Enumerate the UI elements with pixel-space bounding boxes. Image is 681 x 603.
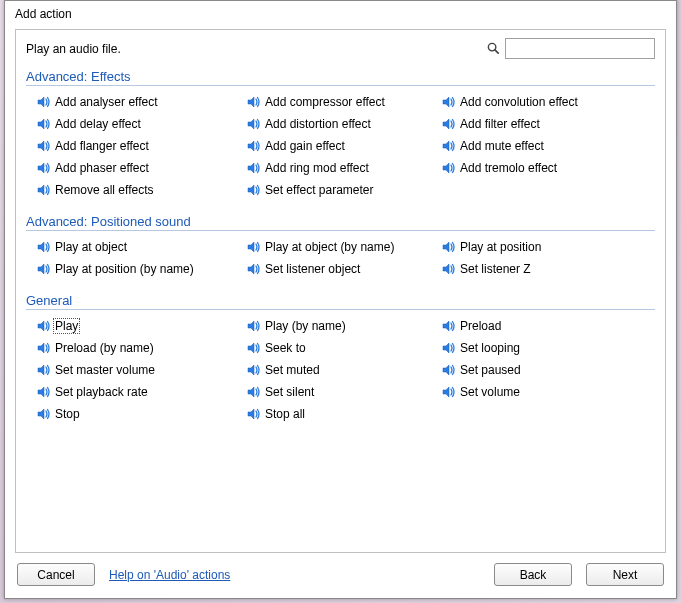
- action-item[interactable]: Add ring mod effect: [246, 158, 374, 178]
- action-item[interactable]: Set effect parameter: [246, 180, 379, 200]
- sound-icon: [246, 116, 262, 132]
- sound-icon: [246, 318, 262, 334]
- action-item[interactable]: Set listener Z: [441, 259, 536, 279]
- action-item[interactable]: Add mute effect: [441, 136, 549, 156]
- action-item[interactable]: Play (by name): [246, 316, 351, 336]
- sound-icon: [246, 182, 262, 198]
- action-item[interactable]: Remove all effects: [36, 180, 159, 200]
- search-input[interactable]: [505, 38, 655, 59]
- action-item-label: Play at object (by name): [264, 240, 395, 254]
- action-item-label: Set volume: [459, 385, 521, 399]
- sound-icon: [36, 138, 52, 154]
- action-description: Play an audio file.: [26, 42, 486, 56]
- sound-icon: [246, 261, 262, 277]
- action-item[interactable]: Set listener object: [246, 259, 365, 279]
- action-item[interactable]: Add analyser effect: [36, 92, 163, 112]
- window-title: Add action: [5, 1, 676, 25]
- action-item-label: Add mute effect: [459, 139, 545, 153]
- action-item[interactable]: Preload (by name): [36, 338, 159, 358]
- action-item[interactable]: Add delay effect: [36, 114, 146, 134]
- action-item-label: Add compressor effect: [264, 95, 386, 109]
- action-item[interactable]: Stop all: [246, 404, 310, 424]
- action-item-label: Set paused: [459, 363, 522, 377]
- sound-icon: [36, 384, 52, 400]
- action-item[interactable]: Play at object: [36, 237, 132, 257]
- sound-icon: [36, 116, 52, 132]
- sound-icon: [246, 239, 262, 255]
- sound-icon: [36, 160, 52, 176]
- sound-icon: [36, 362, 52, 378]
- sound-icon: [246, 94, 262, 110]
- sound-icon: [36, 340, 52, 356]
- action-item-label: Stop all: [264, 407, 306, 421]
- search-icon: [486, 41, 501, 59]
- action-item[interactable]: Play at position (by name): [36, 259, 199, 279]
- group-grid: Add analyser effectAdd compressor effect…: [26, 92, 655, 200]
- action-item-label: Play at object: [54, 240, 128, 254]
- back-button[interactable]: Back: [494, 563, 572, 586]
- action-item[interactable]: Add filter effect: [441, 114, 545, 134]
- action-item[interactable]: Add phaser effect: [36, 158, 154, 178]
- action-item-label: Add flanger effect: [54, 139, 150, 153]
- action-item[interactable]: Play at object (by name): [246, 237, 399, 257]
- group-grid: Play at objectPlay at object (by name)Pl…: [26, 237, 655, 279]
- action-item-label: Remove all effects: [54, 183, 155, 197]
- action-item[interactable]: Add tremolo effect: [441, 158, 562, 178]
- sound-icon: [246, 138, 262, 154]
- sound-icon: [441, 94, 457, 110]
- action-item-label: Add phaser effect: [54, 161, 150, 175]
- sound-icon: [36, 261, 52, 277]
- action-item[interactable]: Set master volume: [36, 360, 160, 380]
- action-item[interactable]: Play: [36, 316, 84, 336]
- action-item[interactable]: Stop: [36, 404, 85, 424]
- action-item[interactable]: Set paused: [441, 360, 526, 380]
- dialog-window: Add action Play an audio file. Advanced:…: [4, 0, 677, 599]
- sound-icon: [441, 384, 457, 400]
- sound-icon: [246, 384, 262, 400]
- action-item-label: Add analyser effect: [54, 95, 159, 109]
- action-item-label: Add tremolo effect: [459, 161, 558, 175]
- action-item[interactable]: Set looping: [441, 338, 525, 358]
- action-item-label: Stop: [54, 407, 81, 421]
- action-item[interactable]: Play at position: [441, 237, 546, 257]
- action-item-label: Set muted: [264, 363, 321, 377]
- action-item-label: Set master volume: [54, 363, 156, 377]
- action-item-label: Add convolution effect: [459, 95, 579, 109]
- action-item-label: Set listener object: [264, 262, 361, 276]
- action-item-label: Add gain effect: [264, 139, 346, 153]
- sound-icon: [246, 406, 262, 422]
- action-item-label: Add delay effect: [54, 117, 142, 131]
- action-item[interactable]: Set silent: [246, 382, 319, 402]
- sound-icon: [441, 340, 457, 356]
- sound-icon: [441, 138, 457, 154]
- action-item-label: Play at position (by name): [54, 262, 195, 276]
- help-link[interactable]: Help on 'Audio' actions: [109, 568, 230, 582]
- action-item-label: Preload: [459, 319, 502, 333]
- action-item[interactable]: Set playback rate: [36, 382, 153, 402]
- action-item-label: Seek to: [264, 341, 307, 355]
- sound-icon: [246, 362, 262, 378]
- sound-icon: [246, 340, 262, 356]
- action-item[interactable]: Add gain effect: [246, 136, 350, 156]
- sound-icon: [441, 160, 457, 176]
- sound-icon: [441, 239, 457, 255]
- next-button[interactable]: Next: [586, 563, 664, 586]
- action-item[interactable]: Add convolution effect: [441, 92, 583, 112]
- action-item-label: Play at position: [459, 240, 542, 254]
- action-item[interactable]: Seek to: [246, 338, 311, 358]
- action-item[interactable]: Add flanger effect: [36, 136, 154, 156]
- group-title: General: [26, 293, 655, 310]
- action-item[interactable]: Add compressor effect: [246, 92, 390, 112]
- action-item[interactable]: Add distortion effect: [246, 114, 376, 134]
- action-item-label: Preload (by name): [54, 341, 155, 355]
- group-grid: PlayPlay (by name)PreloadPreload (by nam…: [26, 316, 655, 424]
- cancel-button[interactable]: Cancel: [17, 563, 95, 586]
- action-item-label: Set effect parameter: [264, 183, 375, 197]
- sound-icon: [246, 160, 262, 176]
- action-item[interactable]: Set muted: [246, 360, 325, 380]
- action-item[interactable]: Preload: [441, 316, 506, 336]
- action-item-label: Set playback rate: [54, 385, 149, 399]
- action-item-label: Set silent: [264, 385, 315, 399]
- action-item[interactable]: Set volume: [441, 382, 525, 402]
- action-item-label: Play (by name): [264, 319, 347, 333]
